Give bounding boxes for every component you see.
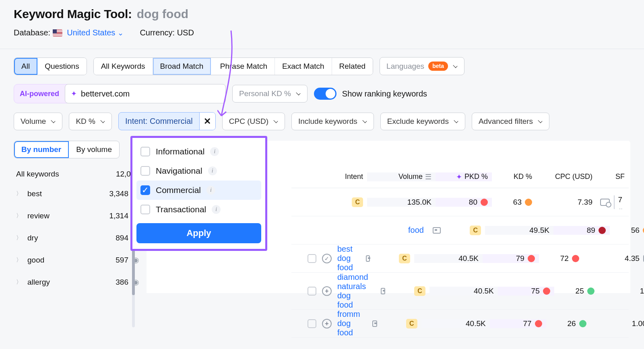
group-name: good [27,256,44,265]
sf-count: 7 [614,195,625,209]
intent-cell: C [445,226,485,235]
chevron-right-icon: 〉 [16,234,22,242]
chevron-right-icon: 〉 [16,257,22,264]
intent-badge: C [399,254,410,263]
match-tab-all-keywords[interactable]: All Keywords [94,58,153,75]
match-tab-exact[interactable]: Exact Match [275,58,332,75]
volume-cell: 135.0K [367,198,436,207]
row-checkbox[interactable] [308,287,316,296]
match-tab-phrase[interactable]: Phrase Match [211,58,275,75]
intent-option-transactional[interactable]: Transactional i [136,200,261,219]
intent-option-navigational[interactable]: Navigational i [136,161,261,181]
keyword-cell[interactable]: ✓best dog food [291,244,374,272]
database-selector[interactable]: Database: United States⌄ [14,28,124,37]
keyword-cell[interactable]: +fromm dog food [291,310,381,337]
serp-icon[interactable] [381,288,385,294]
match-tab-broad[interactable]: Broad Match [153,58,211,75]
checkmark-circle-icon[interactable]: ✓ [322,254,332,263]
match-tab-related[interactable]: Related [332,58,373,75]
col-cpc[interactable]: CPC (USD) [536,172,597,181]
keyword-cell[interactable]: +diamond naturals dogfood [291,273,389,310]
table-row: C135.0K80637.397 [291,188,629,216]
flag-us-icon [53,29,62,37]
scope-segment[interactable]: All Questions [14,57,87,75]
cpc-cell: 1.47 [599,287,644,296]
sidebar-group-review[interactable]: 〉review1,314◉ [14,205,147,227]
sidebar-group-dry[interactable]: 〉dry894◉ [14,227,147,249]
info-icon[interactable]: i [212,205,221,214]
ranking-keywords-toggle[interactable] [314,88,336,100]
serp-icon[interactable] [372,320,377,327]
kd-filter[interactable]: KD % [69,113,112,130]
sidebar-group-allergy[interactable]: 〉allergy386◉ [14,271,147,293]
info-icon[interactable]: i [208,166,217,175]
keyword-link[interactable]: fromm dog food [337,310,363,337]
scope-tab-all[interactable]: All [14,58,37,75]
personal-kd-dropdown[interactable]: Personal KD % [232,85,308,103]
group-name: best [27,189,42,198]
intent-badge: C [470,226,481,235]
checkbox[interactable] [140,147,150,156]
col-volume[interactable]: Volume☰ [367,172,436,181]
advanced-filters[interactable]: Advanced filters [472,113,549,130]
row-checkbox[interactable] [308,319,316,328]
chevron-right-icon: 〉 [16,279,22,286]
include-keywords-filter[interactable]: Include keywords [291,113,374,130]
difficulty-dot-icon [599,227,606,234]
keyword-link[interactable]: food [408,226,424,235]
serp-icon[interactable] [366,255,370,262]
col-kd[interactable]: KD % [492,172,536,181]
checkbox[interactable] [140,166,150,176]
languages-dropdown[interactable]: Languages beta [380,57,464,75]
intent-filter-clear[interactable]: ✕ [199,113,215,130]
col-pkd[interactable]: ✦PKD % [436,172,492,181]
by-number-tab[interactable]: By number [14,141,69,158]
keyword-link[interactable]: best dog food [337,244,357,272]
kd-cell: 26 [546,319,590,328]
info-icon[interactable]: i [206,186,215,195]
col-sf[interactable]: SF [597,172,629,181]
sidebar-all-keywords[interactable]: All keywords 12,003 [14,166,147,183]
info-icon[interactable]: i [210,147,219,156]
volume-filter[interactable]: Volume [14,113,62,130]
difficulty-dot-icon [543,287,550,295]
domain-input[interactable] [81,89,220,99]
domain-input-wrap[interactable]: ✦ [65,84,226,103]
scope-tab-questions[interactable]: Questions [37,58,87,75]
group-sort-segment[interactable]: By number By volume [14,141,120,158]
sidebar-group-best[interactable]: 〉best3,348◉ [14,183,147,205]
chevron-down-icon [537,119,543,124]
intent-filter-label[interactable]: Intent: Commercial [119,113,199,130]
cpc-filter[interactable]: CPC (USD) [222,113,285,130]
intent-option-commercial[interactable]: ✓ Commercial i [136,181,261,200]
difficulty-dot-icon [528,255,535,262]
keyword-link[interactable]: diamond naturals dogfood [337,273,372,310]
intent-cell: C [374,254,414,263]
sidebar-group-good[interactable]: 〉good597◉ [14,249,147,271]
plus-circle-icon[interactable]: + [322,319,332,328]
by-volume-tab[interactable]: By volume [69,141,119,158]
exclude-keywords-filter[interactable]: Exclude keywords [380,113,465,130]
chevron-down-icon [295,91,301,96]
volume-cell: 40.5K [429,287,498,296]
difficulty-dot-icon [587,287,594,295]
match-segment[interactable]: All Keywords Broad Match Phrase Match Ex… [93,57,373,75]
checkbox-checked[interactable]: ✓ [140,185,150,195]
col-intent[interactable]: Intent [327,172,367,181]
keyword-cell[interactable]: food [291,226,445,235]
intent-apply-button[interactable]: Apply [136,223,261,243]
serp-features-icon[interactable] [600,199,610,206]
intent-filter[interactable]: Intent: Commercial ✕ [118,112,216,130]
plus-circle-icon[interactable]: + [322,286,332,296]
serp-icon[interactable] [433,227,441,234]
kd-cell: 25 [554,287,599,296]
intent-option-informational[interactable]: Informational i [136,142,261,161]
row-checkbox[interactable] [308,254,316,263]
pkd-cell: 77 [490,319,546,328]
checkbox[interactable] [140,205,150,214]
volume-cell: 40.5K [421,319,490,328]
sf-cell[interactable]: 7 [597,195,629,209]
table-header: Intent Volume☰ ✦PKD % KD % CPC (USD) SF [291,166,629,188]
intent-badge: C [414,286,425,296]
kd-cell: 63 [492,198,536,207]
